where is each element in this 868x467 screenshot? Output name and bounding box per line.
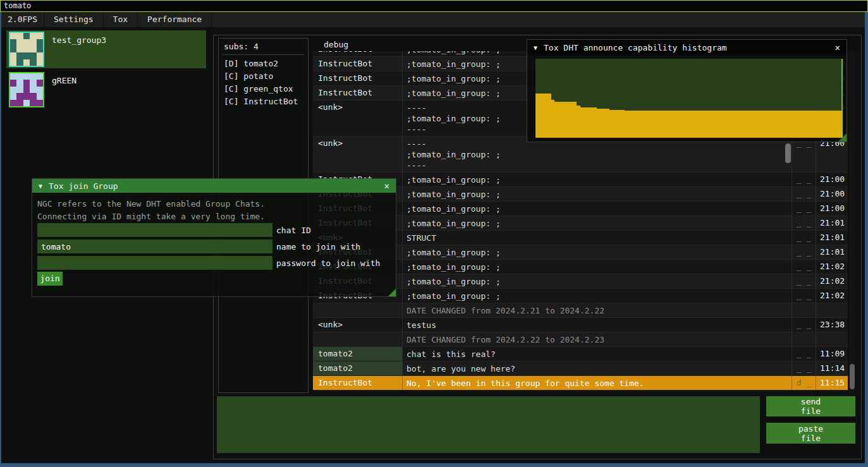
resize-grip[interactable] bbox=[388, 289, 396, 296]
join-password-input[interactable] bbox=[37, 256, 272, 270]
avatar-pixel bbox=[37, 39, 43, 45]
histogram-bar-segment bbox=[580, 107, 597, 138]
group-avatar-icon bbox=[9, 72, 44, 107]
avatar-pixel bbox=[30, 87, 36, 93]
date-changed-row[interactable]: DATE CHANGED from 2024.2.22 to 2024.2.23 bbox=[313, 332, 848, 347]
avatar-pixel bbox=[10, 52, 16, 59]
subs-member-item[interactable]: [C] potato bbox=[224, 70, 307, 83]
group-row-test_group3[interactable]: test_group3 bbox=[6, 30, 206, 68]
menu-item-settings[interactable]: Settings bbox=[44, 12, 104, 27]
avatar-pixel bbox=[16, 80, 23, 86]
join-name-input[interactable] bbox=[37, 240, 272, 253]
timestamp-cell bbox=[816, 303, 848, 317]
os-titlebar[interactable]: tomato bbox=[0, 0, 868, 12]
collapse-arrow-icon[interactable]: ▼ bbox=[39, 183, 42, 190]
message-cell: No, I've been in this group for quite so… bbox=[403, 376, 792, 390]
chat-message-row[interactable]: InstructBotNo, I've been in this group f… bbox=[313, 376, 848, 391]
chat-message-row[interactable]: tomato2bot, are you new here?_ _11:14 bbox=[313, 361, 848, 376]
subs-member-item[interactable]: [D] tomato2 bbox=[224, 58, 307, 70]
message-line: ;tomato_in_group: ; bbox=[406, 174, 789, 185]
join-button[interactable]: join bbox=[37, 272, 63, 286]
send-file-button[interactable]: send file bbox=[766, 396, 855, 416]
join-note-line1: NGC refers to the New DHT enabled Group … bbox=[37, 199, 265, 209]
status-cell: _ _ bbox=[792, 347, 816, 361]
timestamp-cell: 21:01 bbox=[816, 216, 848, 230]
sender-cell: <unk> bbox=[313, 136, 403, 172]
message-cell: ;tomato_in_group: ; bbox=[403, 202, 792, 215]
timestamp-cell: 21:02 bbox=[816, 274, 848, 288]
sender-cell bbox=[313, 332, 403, 346]
subs-member-item[interactable]: [C] InstructBot bbox=[224, 95, 307, 108]
avatar-pixel bbox=[37, 73, 43, 80]
sender-cell: <unk> bbox=[313, 100, 403, 136]
avatar-pixel bbox=[23, 52, 30, 59]
menu-item-performance[interactable]: Performance bbox=[138, 12, 212, 27]
window-frame-right bbox=[865, 12, 868, 463]
collapse-arrow-icon[interactable]: ▼ bbox=[534, 44, 537, 51]
close-icon[interactable]: ✕ bbox=[835, 42, 840, 52]
avatar-pixel bbox=[23, 33, 30, 39]
avatar-pixel bbox=[10, 73, 16, 80]
chat-message-input[interactable] bbox=[217, 396, 760, 453]
chat-message-row[interactable]: tomato2chat is this real?_ _11:09 bbox=[313, 347, 848, 361]
avatar-pixel bbox=[30, 80, 36, 86]
subs-member-item[interactable]: [C] green_qtox bbox=[224, 83, 307, 95]
avatar-pixel bbox=[16, 52, 23, 59]
histogram-bar-segment bbox=[535, 94, 551, 138]
histogram-bar-segment bbox=[609, 110, 625, 138]
message-cell: DATE CHANGED from 2024.2.22 to 2024.2.23 bbox=[403, 332, 792, 346]
chat-message-row[interactable]: <unk>testus_ _23:38 bbox=[313, 318, 848, 332]
timestamp-cell: 11:14 bbox=[816, 361, 848, 375]
chat-id-input[interactable] bbox=[37, 223, 272, 237]
avatar-pixel bbox=[37, 52, 43, 59]
close-icon[interactable]: ✕ bbox=[384, 181, 389, 191]
histogram-window: ▼ Tox DHT announce capability histogram … bbox=[527, 39, 847, 142]
message-line: ;tomato_in_group: ; bbox=[406, 203, 789, 214]
sender-cell: InstructBot bbox=[313, 57, 403, 71]
status-cell bbox=[792, 303, 816, 317]
status-cell: _ _ bbox=[792, 202, 816, 215]
menu-item-2.0fps[interactable]: 2.0FPS bbox=[1, 12, 44, 27]
status-cell: _ _ bbox=[792, 289, 816, 303]
avatar-pixel bbox=[23, 46, 30, 52]
avatar-pixel bbox=[30, 33, 36, 39]
timestamp-cell: 21:00 bbox=[816, 187, 848, 201]
plot-right-axis-line bbox=[841, 59, 843, 138]
message-cell: DATE CHANGED from 2024.2.21 to 2024.2.22 bbox=[403, 303, 792, 317]
chat-id-label: chat ID bbox=[276, 226, 311, 235]
sender-cell: InstructBot bbox=[313, 51, 403, 56]
avatar-pixel bbox=[30, 59, 36, 66]
histogram-window-titlebar[interactable]: ▼ Tox DHT announce capability histogram … bbox=[527, 40, 847, 55]
timestamp-cell: 21:01 bbox=[816, 231, 848, 245]
avatar-pixel bbox=[16, 59, 23, 66]
avatar-pixel bbox=[30, 46, 36, 52]
join-note-line2: Connecting via ID might take a very long… bbox=[37, 212, 265, 221]
join-name-field-row: name to join with bbox=[37, 240, 360, 253]
join-window-titlebar[interactable]: ▼ Tox join Group ✕ bbox=[32, 179, 396, 193]
avatar-pixel bbox=[37, 100, 43, 106]
avatar-pixel bbox=[10, 33, 16, 39]
tab-debug[interactable]: debug bbox=[320, 38, 352, 51]
date-changed-row[interactable]: DATE CHANGED from 2024.2.21 to 2024.2.22 bbox=[313, 303, 848, 318]
paste-file-button[interactable]: paste file bbox=[766, 423, 855, 444]
timestamp-cell: 11:09 bbox=[816, 347, 848, 361]
avatar-pixel bbox=[10, 39, 16, 45]
avatar-pixel bbox=[30, 100, 36, 106]
join-name-label: name to join with bbox=[276, 242, 360, 252]
avatar-pixel bbox=[30, 39, 36, 45]
group-row-gREEN[interactable]: gREEN bbox=[6, 71, 206, 109]
join-password-label: password to join with bbox=[276, 258, 380, 268]
message-line: ;tomato_in_group: ; bbox=[406, 189, 789, 200]
resize-grip[interactable] bbox=[838, 133, 847, 142]
avatar-pixel bbox=[23, 80, 30, 86]
chat-scrollbar-track[interactable] bbox=[849, 51, 855, 393]
status-cell: _ _ bbox=[792, 318, 816, 332]
message-cell: ;tomato_in_group: ; bbox=[403, 216, 792, 230]
avatar-pixel bbox=[23, 100, 30, 106]
chat-scrollbar-thumb[interactable] bbox=[850, 364, 855, 389]
status-cell: _ _ bbox=[792, 173, 816, 186]
menu-item-tox[interactable]: Tox bbox=[104, 12, 138, 27]
window-frame-bottom bbox=[0, 463, 868, 467]
message-cell-scrollbar-thumb[interactable] bbox=[785, 143, 791, 163]
menu-bar: 2.0FPSSettingsToxPerformance bbox=[1, 12, 865, 27]
